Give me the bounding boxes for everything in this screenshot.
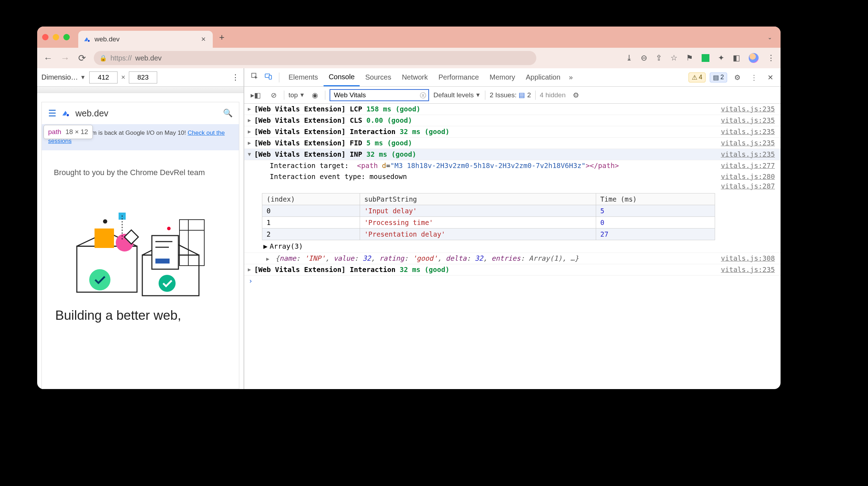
devtools-tabbar: Elements Console Sources Network Perform… (244, 68, 781, 87)
browser-window: web.dev × + ⌄ ← → ⟳ 🔒 https://web.dev ⤓ … (37, 27, 781, 389)
browser-toolbar: ← → ⟳ 🔒 https://web.dev ⤓ ⊖ ⇪ ☆ ⚑ ✦ ◧ ⋮ (37, 48, 781, 68)
warnings-badge[interactable]: ⚠ 4 (689, 73, 706, 82)
array-expand[interactable]: ▶Array(3) (263, 242, 781, 253)
log-row[interactable]: ▶[Web Vitals Extension] FID 5 ms (good)v… (244, 138, 781, 149)
svg-rect-24 (269, 75, 272, 79)
tab-title: web.dev (95, 35, 198, 43)
browser-tab[interactable]: web.dev × (78, 31, 213, 48)
console-prompt[interactable]: › (244, 276, 781, 287)
tabs-dropdown-icon[interactable]: ⌄ (767, 34, 772, 41)
live-expression-icon[interactable]: ◉ (309, 91, 321, 99)
tab-memory[interactable]: Memory (485, 68, 520, 86)
sidepanel-icon[interactable]: ◧ (733, 53, 740, 63)
forward-button[interactable]: → (60, 53, 70, 64)
close-window-icon[interactable] (42, 34, 48, 40)
devtools-menu-icon[interactable]: ⋮ (748, 73, 760, 82)
address-bar[interactable]: 🔒 https://web.dev (94, 51, 536, 65)
window-controls (42, 34, 70, 40)
profile-avatar[interactable] (749, 53, 759, 63)
devtools-panel: Elements Console Sources Network Perform… (244, 68, 781, 389)
table-row: 2'Presentation delay'27 (262, 228, 715, 240)
log-row[interactable]: ▶[Web Vitals Extension] Interaction 32 m… (244, 126, 781, 138)
source-link[interactable]: vitals.js:277 (721, 162, 775, 170)
browser-tabbar: web.dev × + ⌄ (37, 27, 781, 48)
tooltip-dimensions: 18 × 12 (65, 128, 88, 136)
flag-icon[interactable]: ⚑ (686, 53, 693, 63)
minimize-window-icon[interactable] (53, 34, 59, 40)
share-icon[interactable]: ⇪ (656, 53, 662, 63)
console-settings-icon[interactable]: ⚙ (570, 91, 582, 99)
subheading: Brought to you by the Chrome DevRel team (42, 150, 239, 184)
extension-icon[interactable] (702, 54, 709, 62)
source-link[interactable]: vitals.js:235 (721, 139, 775, 147)
source-link[interactable]: vitals.js:235 (721, 116, 775, 125)
zoom-icon[interactable]: ⊖ (641, 53, 647, 63)
svg-point-20 (167, 227, 171, 230)
dimensions-dropdown[interactable]: Dimensio… ▼ (41, 73, 86, 81)
issues-link[interactable]: 2 Issues: ▤ 2 (490, 91, 531, 99)
toolbar-actions: ⤓ ⊖ ⇪ ☆ ⚑ ✦ ◧ ⋮ (626, 53, 775, 63)
log-row[interactable]: ▶[Web Vitals Extension] Interaction 32 m… (244, 264, 781, 276)
table-row: 1'Processing time'0 (262, 217, 715, 228)
bookmark-icon[interactable]: ☆ (670, 53, 678, 63)
search-icon[interactable]: 🔍 (223, 109, 233, 118)
downloads-icon[interactable]: ⤓ (626, 53, 632, 63)
source-link[interactable]: vitals.js:308 (721, 254, 775, 262)
hamburger-icon[interactable]: ☰ (48, 108, 56, 119)
source-link[interactable]: vitals.js:235 (721, 128, 775, 136)
log-row[interactable]: ▶[Web Vitals Extension] LCP 158 ms (good… (244, 104, 781, 115)
device-menu-icon[interactable]: ⋮ (232, 73, 239, 82)
site-logo[interactable] (61, 109, 70, 118)
close-tab-icon[interactable]: × (201, 35, 206, 44)
log-row[interactable]: ▶[Web Vitals Extension] CLS 0.00 (good)v… (244, 115, 781, 126)
tab-sources[interactable]: Sources (360, 68, 396, 86)
maximize-window-icon[interactable] (63, 34, 70, 40)
svg-point-0 (88, 40, 90, 42)
favicon-icon (83, 35, 91, 43)
clear-filter-icon[interactable]: ⓧ (420, 91, 426, 100)
log-row-expanded[interactable]: ▼[Web Vitals Extension] INP 32 ms (good)… (244, 149, 781, 160)
height-input[interactable] (129, 71, 157, 83)
levels-selector[interactable]: Default levels ▼ (433, 91, 481, 99)
context-selector[interactable]: top ▼ (289, 91, 305, 99)
tab-network[interactable]: Network (397, 68, 433, 86)
site-title: web.dev (75, 108, 108, 118)
dimension-separator: × (121, 73, 125, 81)
inspect-element-icon[interactable] (249, 73, 261, 82)
settings-icon[interactable]: ⚙ (731, 73, 743, 82)
hidden-count: 4 hidden (540, 91, 566, 99)
tab-application[interactable]: Application (521, 68, 565, 86)
new-tab-button[interactable]: + (219, 32, 224, 43)
back-button[interactable]: ← (43, 53, 53, 64)
console-output: ▶[Web Vitals Extension] LCP 158 ms (good… (244, 104, 781, 389)
source-link[interactable]: vitals.js:235 (721, 150, 775, 158)
tab-elements[interactable]: Elements (284, 68, 323, 86)
more-tabs-icon[interactable]: » (566, 73, 576, 81)
reload-button[interactable]: ⟳ (77, 53, 87, 64)
close-devtools-icon[interactable]: ✕ (765, 73, 776, 82)
clear-console-icon[interactable]: ⊘ (268, 91, 280, 99)
breakdown-table: (index)subPartStringTime (ms) 0'Input de… (262, 193, 715, 240)
source-link[interactable]: vitals.js:287 (721, 182, 775, 190)
element-tooltip: path 18 × 12 (44, 125, 93, 139)
svg-point-1 (67, 114, 69, 116)
log-detail: Interaction target: <path d="M3 18h18v-2… (244, 160, 781, 171)
width-input[interactable] (89, 71, 118, 83)
menu-icon[interactable]: ⋮ (767, 53, 775, 63)
tab-performance[interactable]: Performance (434, 68, 484, 86)
device-mode-icon[interactable] (262, 73, 275, 82)
svg-point-7 (89, 269, 110, 290)
filter-input[interactable] (330, 89, 429, 101)
page-headline: Building a better web, (42, 305, 239, 326)
source-link[interactable]: vitals.js:235 (721, 266, 775, 274)
sidebar-toggle-icon[interactable]: ▸◧ (248, 91, 264, 99)
url-host: web.dev (135, 54, 162, 62)
tab-console[interactable]: Console (324, 68, 359, 86)
extensions-icon[interactable]: ✦ (718, 53, 724, 63)
url-scheme: https:// (110, 54, 132, 62)
messages-badge[interactable]: ▤ 2 (710, 73, 727, 82)
device-emulator-pane: Dimensio… ▼ × ⋮ ☰ web.dev 🔍 (37, 68, 244, 389)
source-link[interactable]: vitals.js:235 (721, 105, 775, 113)
log-table-src: vitals.js:287 (244, 182, 781, 192)
source-link[interactable]: vitals.js:280 (721, 173, 775, 181)
